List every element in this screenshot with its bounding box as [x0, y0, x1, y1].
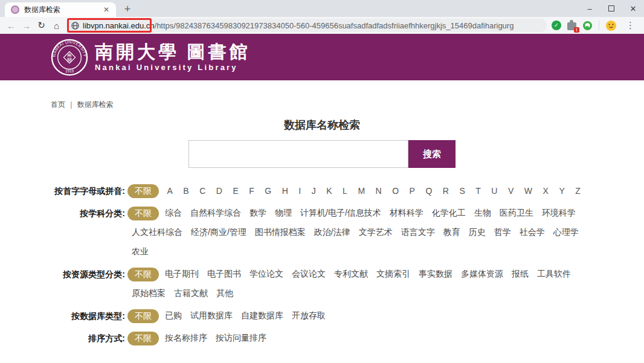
filter-option[interactable]: Z [575, 186, 581, 196]
filter-option[interactable]: 教育 [443, 227, 460, 238]
filter-option[interactable]: 环境科学 [542, 208, 576, 219]
filter-option[interactable]: T [475, 186, 481, 196]
filter-option[interactable]: 专利文献 [334, 269, 368, 280]
filter-option[interactable]: D [216, 186, 222, 196]
address-bar[interactable]: libvpn.nankai.edu.cn/https/9824387634598… [66, 19, 547, 32]
browser-menu-icon[interactable]: ⋮ [623, 20, 638, 31]
filter-option[interactable]: Y [559, 186, 564, 196]
filter-option[interactable]: M [358, 186, 365, 196]
filter-option[interactable]: K [326, 186, 332, 196]
filter-option[interactable]: 政治/法律 [314, 227, 350, 238]
filter-option[interactable]: 人文社科综合 [132, 227, 182, 238]
filter-option[interactable]: V [508, 186, 514, 196]
filter-option[interactable]: 材料科学 [390, 208, 423, 219]
filter-option[interactable]: 已购 [165, 310, 182, 321]
filter-option[interactable]: 文学艺术 [359, 227, 393, 238]
filter-option[interactable]: 按访问量排序 [216, 333, 266, 344]
tab-title: 数据库检索 [24, 5, 101, 15]
search-button[interactable]: 搜索 [408, 140, 456, 168]
filter-option[interactable]: H [282, 186, 288, 196]
reload-button[interactable]: ↻ [34, 20, 49, 31]
filter-option[interactable]: X [543, 186, 549, 196]
filter-option[interactable]: F [249, 186, 254, 196]
filter-option[interactable]: 报纸 [512, 269, 529, 280]
filter-option[interactable]: Q [425, 186, 432, 196]
back-button[interactable]: ← [4, 21, 19, 31]
filter-option[interactable]: 历史 [469, 227, 486, 238]
search-row: 搜索 [51, 140, 593, 168]
filter-option-selected[interactable]: 不限 [127, 309, 159, 323]
minimize-button[interactable]: – [579, 0, 601, 17]
filter-option[interactable]: 按名称排序 [165, 333, 207, 344]
filter-option[interactable]: 自建数据库 [241, 310, 283, 321]
tab-close-icon[interactable]: ✕ [101, 5, 111, 14]
site-info-globe-icon[interactable] [71, 22, 79, 30]
profile-avatar-icon[interactable] [605, 20, 617, 31]
filter-option[interactable]: 语言文字 [401, 227, 435, 238]
filter-option[interactable]: 电子图书 [207, 269, 241, 280]
puzzle-extension-icon[interactable]: ! [567, 22, 576, 30]
restore-icon [608, 5, 614, 11]
home-button[interactable]: ⌂ [49, 21, 64, 31]
filter-option[interactable]: 数学 [250, 208, 266, 219]
filter-option-selected[interactable]: 不限 [127, 184, 159, 198]
filter-option[interactable]: W [524, 186, 532, 196]
filter-option[interactable]: 原始档案 [132, 288, 166, 299]
library-name-chinese: 南開大學 圖書館 [95, 43, 251, 61]
breadcrumb-home-link[interactable]: 首页 [51, 100, 65, 109]
filter-option[interactable]: C [199, 186, 205, 196]
filter-option[interactable]: A [167, 186, 173, 196]
filter-option[interactable]: L [343, 186, 347, 196]
filter-option[interactable]: 工具软件 [537, 269, 571, 280]
filter-option[interactable]: 文摘索引 [376, 269, 410, 280]
filter-option[interactable]: 计算机/电子/信息技术 [300, 208, 381, 219]
filter-option[interactable]: 心理学 [553, 227, 579, 238]
restore-button[interactable] [601, 0, 622, 17]
filter-lines: 不限已购试用数据库自建数据库开放存取 [127, 306, 326, 326]
check-badge-extension-icon[interactable]: ✓ [552, 21, 561, 30]
search-input[interactable] [188, 140, 408, 168]
filter-option[interactable]: U [491, 186, 497, 196]
filter-option[interactable]: S [459, 186, 465, 196]
filter-option[interactable]: R [443, 186, 449, 196]
filter-option[interactable]: 电子期刊 [165, 269, 199, 280]
filter-option[interactable]: 多媒体资源 [461, 269, 503, 280]
filter-option[interactable]: 试用数据库 [190, 310, 233, 321]
filter-option[interactable]: N [376, 186, 382, 196]
window-close-button[interactable]: ✕ [622, 0, 644, 17]
filter-option[interactable]: O [392, 186, 399, 196]
breadcrumb-separator: | [70, 100, 72, 109]
filter-option[interactable]: 学位论文 [250, 269, 283, 280]
filter-option[interactable]: 开放存取 [292, 310, 326, 321]
filter-option-selected[interactable]: 不限 [127, 268, 159, 281]
filter-option[interactable]: P [410, 186, 415, 196]
filter-option[interactable]: 医药卫生 [500, 208, 533, 219]
filter-option[interactable]: E [233, 186, 238, 196]
filter-option[interactable]: J [312, 186, 316, 196]
filter-option[interactable]: 自然科学综合 [190, 208, 241, 219]
filter-option[interactable]: 图书情报档案 [255, 227, 306, 238]
filter-option[interactable]: 古籍文献 [174, 288, 208, 299]
filter-option[interactable]: I [298, 186, 301, 196]
seal-center-char-1: 南 [66, 52, 72, 57]
filter-option[interactable]: 综合 [165, 208, 182, 219]
filter-option[interactable]: 农业 [132, 246, 149, 257]
filter-option-selected[interactable]: 不限 [127, 207, 159, 220]
filter-option[interactable]: 事实数据 [419, 269, 452, 280]
filter-option[interactable]: 化学化工 [432, 208, 466, 219]
new-tab-button[interactable]: + [120, 2, 135, 17]
filter-option[interactable]: 经济/商业/管理 [191, 227, 246, 238]
filter-option[interactable]: 生物 [474, 208, 491, 219]
filter-option[interactable]: 会议论文 [292, 269, 326, 280]
filter-option[interactable]: 其他 [216, 288, 233, 299]
filter-option[interactable]: G [265, 186, 271, 196]
filter-option[interactable]: 哲学 [494, 227, 511, 238]
filter-option[interactable]: B [183, 186, 188, 196]
filter-option[interactable]: 物理 [275, 208, 292, 219]
filter-options-line: 不限电子期刊电子图书学位论文会议论文专利文献文摘索引事实数据多媒体资源报纸工具软… [127, 265, 571, 284]
filter-option-selected[interactable]: 不限 [127, 332, 159, 345]
elephant-extension-icon[interactable] [582, 21, 593, 31]
forward-button[interactable]: → [19, 21, 34, 31]
browser-tab[interactable]: 数据库检索 ✕ [5, 2, 116, 17]
filter-option[interactable]: 社会学 [520, 227, 545, 238]
